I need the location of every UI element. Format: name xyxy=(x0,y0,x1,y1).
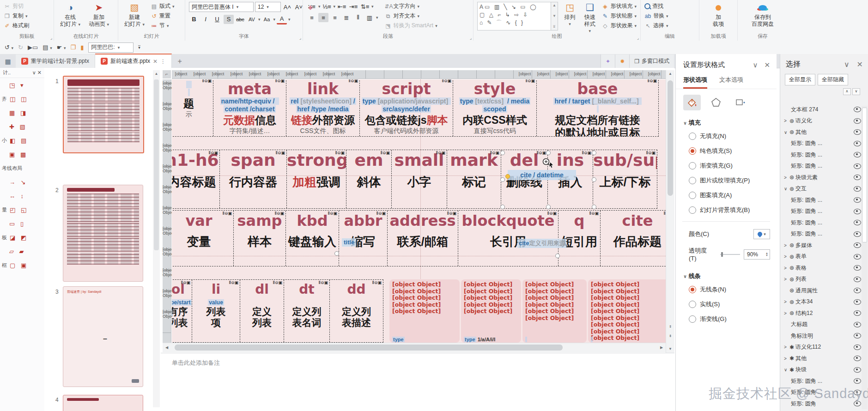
visibility-eye-icon[interactable] xyxy=(854,231,861,237)
rail-tool-icons[interactable]: ▭ ▯ xyxy=(9,220,25,227)
tag-card[interactable]: Ⅱ⊖▣ mark 标记 xyxy=(447,150,501,208)
selection-item[interactable]: > ✱ 语义化112 xyxy=(780,342,861,353)
tab-text-options[interactable]: 文本选项 xyxy=(719,76,743,89)
font-color-button[interactable]: A xyxy=(277,14,287,24)
underline-button[interactable]: U xyxy=(212,15,222,24)
scrollbar-thumb[interactable] xyxy=(862,108,867,242)
rail-collapse-icon[interactable]: ∨ xyxy=(32,70,36,75)
visibility-eye-icon[interactable] xyxy=(854,163,861,169)
format-painter-button[interactable]: ✐格式刷 xyxy=(4,21,29,30)
radio-icon[interactable] xyxy=(689,301,696,308)
expand-chevron-icon[interactable]: > xyxy=(784,175,788,180)
selection-handle[interactable] xyxy=(500,151,505,155)
tab-shape-options[interactable]: 形状选项 xyxy=(683,76,707,89)
tag-card[interactable]: Ⅱ⊖▣ var 变量 xyxy=(172,211,233,266)
tag-card[interactable]: Ⅱ⊖▣ small 小字 xyxy=(391,150,447,208)
tag-card[interactable]: Ⅱ⊖▣ strong 加粗强调 xyxy=(286,150,346,208)
scroll-up-icon[interactable]: ▲ xyxy=(666,70,674,78)
tag-card[interactable]: Ⅱ⊖▣ dd 定义列 表描述 xyxy=(329,280,383,342)
tag-card[interactable]: Ⅱ⊖▣ base href / target[_blank/_self...] … xyxy=(536,79,658,136)
radio-icon[interactable] xyxy=(689,286,696,293)
selection-handle[interactable] xyxy=(592,205,596,209)
pointer-button[interactable]: ☛ ▾ xyxy=(57,44,66,51)
distribute-button[interactable]: ⦀ xyxy=(353,13,363,22)
line-option[interactable]: 无线条(N) xyxy=(676,282,777,297)
shape-fill-button[interactable]: ◈形状填充▾ xyxy=(601,2,637,11)
rail-tool-icons[interactable]: → ↘ xyxy=(9,179,28,186)
line-section-header[interactable]: ∨ 线条 xyxy=(676,266,777,282)
line-option[interactable]: 实线(S) xyxy=(676,297,777,312)
bullets-button[interactable]: ∷≡ xyxy=(307,2,317,11)
selection-item[interactable]: 矩形: 圆角 ... xyxy=(780,138,861,150)
visibility-eye-icon[interactable] xyxy=(854,209,861,214)
selection-item[interactable]: > ⊛ 块级元素 xyxy=(780,172,861,183)
visibility-eye-icon[interactable] xyxy=(854,129,861,135)
grow-font-button[interactable]: A˄ xyxy=(282,2,292,12)
expand-chevron-icon[interactable]: > xyxy=(784,277,788,282)
expand-chevron-icon[interactable]: > xyxy=(784,266,788,271)
slide-thumbnail-4[interactable] xyxy=(63,395,143,411)
radio-icon[interactable] xyxy=(689,133,696,140)
tag-card[interactable]: Ⅱ⊖▣ kbd 键盘输入 xyxy=(285,211,339,266)
transparency-value-box[interactable]: 90% ▲▼ xyxy=(744,249,770,260)
visibility-eye-icon[interactable] xyxy=(854,356,861,361)
tag-card[interactable]: Ⅱ⊖▣ link rel[stylesheet/icon]/ href /typ… xyxy=(286,79,359,136)
connector-handle[interactable] xyxy=(334,251,339,256)
rail-tool-icons[interactable]: ▦ ◨ xyxy=(9,109,28,116)
quick-styles-button[interactable]: ❑ 快速样式▾ xyxy=(582,2,598,35)
dialog-launcher-icon[interactable]: ⌟ xyxy=(50,36,52,40)
new-slide-button[interactable]: ▧ 新建幻灯片 ▾ xyxy=(122,2,147,28)
addons-button[interactable]: 加载项 xyxy=(706,2,731,28)
selection-item[interactable]: 大标题 xyxy=(780,319,861,331)
assistant-wand-icon[interactable]: ✦ xyxy=(601,54,615,68)
decrease-indent-button[interactable]: ⇤≡ xyxy=(337,2,347,11)
tag-card[interactable]: Ⅱ⊖▣ h1-h6 内容标题 xyxy=(172,150,219,208)
char-spacing-button[interactable]: AV xyxy=(247,15,257,24)
shadow-button[interactable]: S xyxy=(224,15,234,24)
document-tab-1[interactable]: P 重学前端计划-背景.pptx xyxy=(16,54,95,68)
panel-close-icon[interactable]: ✕ xyxy=(857,60,863,69)
expand-chevron-icon[interactable]: > xyxy=(784,311,788,316)
paste-button[interactable]: ❐ xyxy=(70,44,76,51)
expand-chevron-icon[interactable]: ∨ xyxy=(784,367,788,372)
selection-item[interactable]: 文本框 274 xyxy=(780,104,861,115)
text-direction-button[interactable]: ⇵A文字方向▾ xyxy=(385,2,437,11)
rail-close-icon[interactable]: ✕ xyxy=(37,70,42,75)
selection-handle[interactable] xyxy=(546,151,551,155)
selection-item[interactable]: > ⊛ 表单 xyxy=(780,251,861,263)
expand-chevron-icon[interactable]: ∨ xyxy=(784,130,788,135)
new-tab-button[interactable]: + xyxy=(172,54,188,68)
font-size-combo[interactable]: 12▾ xyxy=(255,2,281,12)
expand-chevron-icon[interactable]: ∨ xyxy=(784,186,788,191)
selection-scrollbar[interactable] xyxy=(862,106,868,409)
shape-gallery[interactable]: A▭ ▥ ╲ ↘ ▭ ◯▢ △ ⌐ ↳ ⇨ ⇩⌂ ✎ ⌒ ∿ { } xyxy=(477,2,551,30)
close-tab-icon[interactable]: ✕ xyxy=(153,58,158,65)
font-name-combo[interactable]: 阿里巴巴普惠体 I▾ xyxy=(189,2,254,12)
change-case-button[interactable]: Aa xyxy=(262,15,272,24)
selection-item[interactable]: > ⊛ 文本34 xyxy=(780,296,861,308)
scroll-down-icon[interactable]: ▼ xyxy=(666,345,674,353)
scrollbar-thumb[interactable] xyxy=(175,345,563,351)
hide-all-button[interactable]: 全部隐藏 xyxy=(818,74,848,85)
line-option[interactable]: 渐变线(G) xyxy=(676,312,777,326)
dialog-launcher-icon[interactable]: ⌟ xyxy=(299,36,301,40)
horizontal-ruler[interactable]: [object Object][object Object][object Ob… xyxy=(172,70,666,79)
vertical-ruler[interactable]: [object Object][object Object][object Ob… xyxy=(163,79,171,343)
move-down-icon[interactable]: ∨ xyxy=(852,88,860,95)
rail-tool-icons[interactable]: ▱ ▰ xyxy=(9,248,26,255)
radio-icon[interactable] xyxy=(689,177,696,184)
rail-tool-icons[interactable]: ◰ ◱ xyxy=(10,206,28,213)
shape-effects-button[interactable]: ◇形状效果▾ xyxy=(601,21,637,30)
tag-card[interactable]: Ⅱ⊖▣ sub/sup 上标/下标 xyxy=(593,150,657,208)
visibility-eye-icon[interactable] xyxy=(854,378,861,384)
vertical-scrollbar[interactable]: ▲ ⇞ ⇟ ▼ xyxy=(666,70,674,355)
radio-icon[interactable] xyxy=(689,147,696,155)
shape-outline-button[interactable]: ✎形状轮廓▾ xyxy=(601,12,637,20)
move-up-icon[interactable]: ∧ xyxy=(843,88,851,95)
visibility-eye-icon[interactable] xyxy=(854,141,861,146)
tag-card[interactable]: Ⅱ⊖▣ meta name/http-equiv / content /char… xyxy=(213,79,286,136)
redo-button[interactable]: ↻ xyxy=(18,44,23,51)
tag-card[interactable]: Ⅱ⊖▣ dl 定义 列表 xyxy=(240,280,284,342)
selection-item[interactable]: 矩形: 圆角 ... xyxy=(780,149,861,161)
code-sample-card[interactable]: [object Object][object Object][object Ob… xyxy=(522,279,587,343)
